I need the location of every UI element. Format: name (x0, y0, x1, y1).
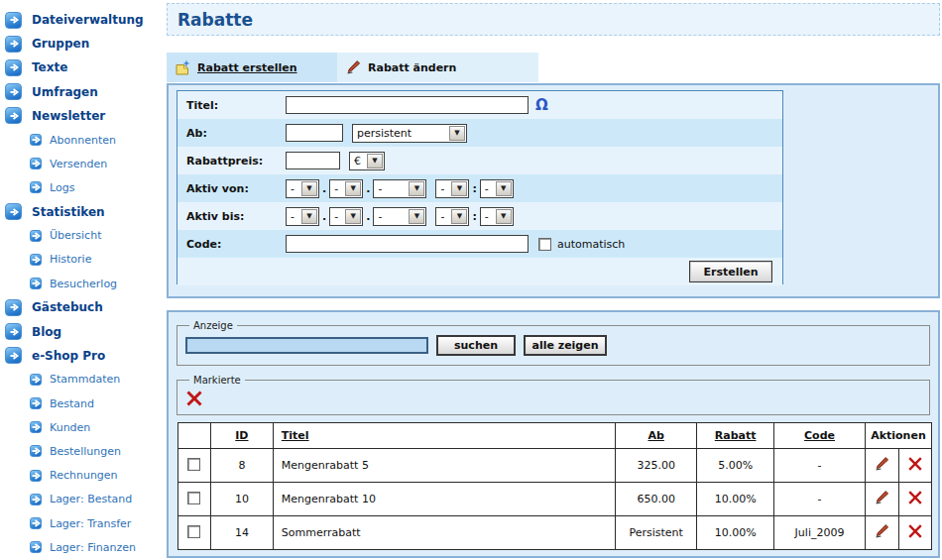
sidebar-item-besucherlog[interactable]: Besucherlog (0, 272, 165, 295)
red-x-icon (185, 390, 203, 407)
sort-ab[interactable]: Ab (648, 429, 664, 442)
arrow-right-icon (9, 207, 19, 217)
sidebar-item-e-shop-pro[interactable]: e-Shop Pro (0, 344, 165, 368)
show-all-button[interactable]: alle zeigen (524, 335, 607, 356)
pen-icon (874, 490, 889, 505)
sidebar-item-label: Rechnungen (50, 469, 118, 482)
tab-rabatt-erstellen[interactable]: Rabatt erstellen (167, 53, 337, 82)
aktiv-von-date-select-3[interactable]: -▼ (435, 179, 469, 198)
sidebar-item-lager-transfer[interactable]: Lager: Transfer (0, 511, 165, 535)
sidebar-item-label: Lager: Bestand (50, 493, 132, 505)
sidebar-item-dateiverwaltung[interactable]: Dateiverwaltung (0, 8, 165, 32)
arrow-icon (30, 397, 42, 409)
ab-mode-select[interactable]: persistent ▼ (352, 124, 467, 143)
sidebar-item-gruppen[interactable]: Gruppen (0, 32, 165, 56)
search-button[interactable]: suchen (436, 335, 516, 356)
row-checkbox[interactable] (187, 458, 200, 471)
row-checkbox[interactable] (187, 525, 200, 538)
aktiv-von-date-select-1[interactable]: -▼ (329, 179, 363, 198)
arrow-icon (30, 445, 42, 457)
sidebar-item-versenden[interactable]: Versenden (0, 152, 165, 175)
arrow-right-icon (31, 518, 41, 528)
cell-code: Juli_2009 (774, 516, 866, 550)
delete-selected-button[interactable] (185, 390, 203, 407)
aktiv-bis-date-select-1[interactable]: -▼ (329, 207, 363, 226)
aktiv-von-date-select-2[interactable]: -▼ (373, 179, 426, 198)
sidebar-item-label: Historie (50, 253, 91, 266)
sidebar-item-texte[interactable]: Texte (0, 56, 165, 79)
sidebar-item-lager-finanzen[interactable]: Lager: Finanzen (0, 535, 165, 559)
row-checkbox[interactable] (187, 492, 200, 504)
edit-action-button[interactable] (874, 523, 889, 539)
sidebar-item-logs[interactable]: Logs (0, 175, 165, 199)
arrow-right-icon (31, 231, 41, 241)
arrow-icon (5, 12, 22, 29)
sidebar-item-gästebuch[interactable]: Gästebuch (0, 295, 165, 319)
ab-label: Ab: (186, 127, 286, 140)
aktiv-bis-date-select-2[interactable]: -▼ (373, 207, 426, 226)
rabattpreis-label: Rabattpreis: (186, 155, 286, 168)
aktiv-bis-label: Aktiv bis: (186, 210, 286, 223)
sidebar-item-label: Newsletter (32, 109, 105, 123)
sidebar-item-umfragen[interactable]: Umfragen (0, 80, 165, 104)
sidebar-item-label: Stammdaten (50, 373, 120, 386)
delete-action-button[interactable] (907, 523, 923, 539)
sidebar-item-rechnungen[interactable]: Rechnungen (0, 464, 165, 488)
date-separator: . (366, 182, 370, 195)
aktiv-bis-date-select-0[interactable]: -▼ (286, 207, 319, 226)
red-x-icon (907, 456, 923, 472)
arrow-right-icon (31, 279, 41, 288)
aktiv-von-date-select-0[interactable]: -▼ (286, 179, 319, 198)
delete-action-button[interactable] (907, 490, 923, 505)
currency-select[interactable]: € ▼ (349, 152, 385, 170)
rabattpreis-input[interactable] (286, 152, 340, 169)
delete-action-button[interactable] (907, 456, 923, 472)
tab-rabatt-aendern[interactable]: Rabatt ändern (337, 53, 538, 82)
sidebar-item-blog[interactable]: Blog (0, 319, 165, 343)
sidebar-item-kunden[interactable]: Kunden (0, 415, 165, 439)
cell-code: - (774, 483, 866, 516)
cell-code: - (774, 449, 866, 483)
edit-action-button[interactable] (874, 490, 889, 505)
aktiv-bis-date-select-4[interactable]: -▼ (480, 207, 514, 226)
aktiv-bis-date-select-3[interactable]: -▼ (435, 207, 469, 226)
arrow-icon (30, 494, 42, 505)
sort-code[interactable]: Code (804, 429, 835, 442)
code-label: Code: (186, 238, 286, 251)
sort-rabatt[interactable]: Rabatt (715, 429, 757, 442)
dropdown-arrow-icon: ▼ (451, 209, 467, 224)
sort-id[interactable]: ID (235, 429, 248, 442)
sidebar-item-lager-bestand[interactable]: Lager: Bestand (0, 488, 165, 511)
sort-titel[interactable]: Titel (282, 429, 309, 442)
cell-titel: Mengenrabatt 5 (273, 449, 615, 483)
ab-input[interactable] (286, 124, 343, 142)
arrow-icon (30, 541, 42, 553)
special-chars-button[interactable]: Ω (535, 96, 548, 114)
sidebar-item-übersicht[interactable]: Übersicht (0, 224, 165, 248)
sidebar-item-bestellungen[interactable]: Bestellungen (0, 439, 165, 463)
code-input[interactable] (286, 235, 529, 253)
sidebar-item-label: Statistiken (32, 205, 105, 219)
sidebar-item-historie[interactable]: Historie (0, 248, 165, 272)
cell-id: 8 (210, 449, 273, 483)
sidebar-item-bestand[interactable]: Bestand (0, 392, 165, 415)
aktiv-von-date-select-4[interactable]: -▼ (480, 179, 514, 198)
code-auto-checkbox[interactable] (538, 238, 551, 251)
erstellen-button[interactable]: Erstellen (689, 261, 772, 282)
arrow-right-icon (31, 135, 41, 145)
titel-input[interactable] (286, 96, 529, 114)
sidebar-item-newsletter[interactable]: Newsletter (0, 104, 165, 128)
form-row-ab: Ab: persistent ▼ (177, 119, 782, 147)
form-row-aktiv-von: Aktiv von: -▼.-▼.-▼ -▼:-▼ (177, 174, 782, 202)
sidebar-item-label: Dateiverwaltung (32, 13, 144, 27)
dropdown-arrow-icon: ▼ (301, 181, 317, 196)
sidebar-item-statistiken[interactable]: Statistiken (0, 200, 165, 224)
edit-action-button[interactable] (874, 456, 889, 472)
sidebar-item-stammdaten[interactable]: Stammdaten (0, 368, 165, 392)
arrow-icon (30, 254, 42, 266)
dropdown-arrow-icon: ▼ (496, 209, 512, 224)
arrow-right-icon (9, 327, 19, 337)
search-input[interactable] (185, 337, 428, 354)
sidebar-item-abonnenten[interactable]: Abonnenten (0, 128, 165, 152)
select-value: - (440, 182, 444, 195)
